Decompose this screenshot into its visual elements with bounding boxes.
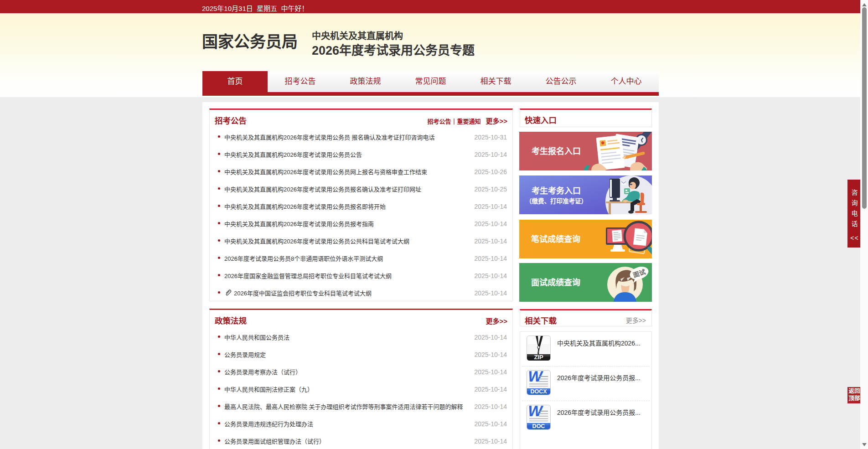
svg-text:DOC: DOC	[532, 423, 545, 429]
svg-text:考生报名入口: 考生报名入口	[532, 146, 581, 156]
svg-text:（缴费、打印准考证）: （缴费、打印准考证）	[526, 197, 587, 205]
svg-text:DOCX: DOCX	[530, 388, 547, 395]
svg-text:笔试成绩查询: 笔试成绩查询	[531, 234, 580, 244]
svg-text:ZIP: ZIP	[534, 354, 543, 361]
svg-text:面试成绩查询: 面试成绩查询	[531, 278, 580, 287]
svg-text:考生考务入口: 考生考务入口	[532, 186, 581, 196]
